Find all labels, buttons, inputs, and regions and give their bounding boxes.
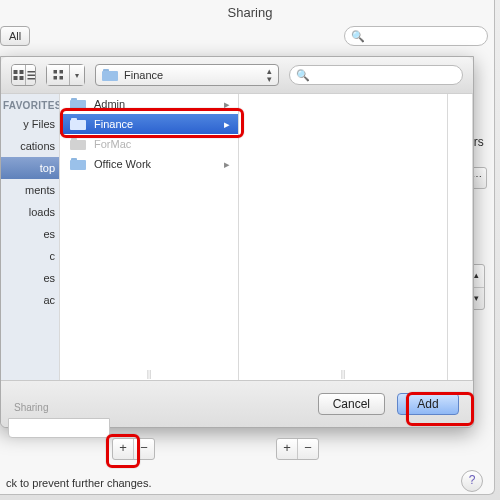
- svg-rect-5: [28, 75, 37, 77]
- window-title: Sharing: [0, 5, 500, 20]
- remove-user-button[interactable]: −: [298, 439, 318, 459]
- sheet-search-input[interactable]: [314, 68, 456, 82]
- shared-folders-label: Sharing: [14, 402, 48, 413]
- folder-icon: [70, 158, 86, 170]
- sidebar-item[interactable]: es: [1, 267, 59, 289]
- column-resize-icon[interactable]: ||: [147, 369, 152, 379]
- sidebar-item[interactable]: top: [1, 157, 59, 179]
- add-user-button[interactable]: +: [277, 439, 298, 459]
- svg-rect-1: [20, 70, 24, 74]
- icon-view-button[interactable]: [12, 65, 26, 85]
- folder-row[interactable]: ForMac: [60, 134, 238, 154]
- cancel-button[interactable]: Cancel: [318, 393, 385, 415]
- remove-folder-button[interactable]: −: [134, 439, 154, 459]
- svg-rect-14: [53, 70, 57, 74]
- shared-folders-list: [8, 418, 110, 438]
- column-3: [448, 94, 473, 381]
- toolbar-search-input[interactable]: [369, 29, 500, 43]
- sidebar-item[interactable]: ments: [1, 179, 59, 201]
- sidebar-item[interactable]: cations: [1, 135, 59, 157]
- folder-icon: [70, 138, 86, 150]
- lock-text: ck to prevent further changes.: [6, 477, 152, 489]
- folder-icon: [70, 98, 86, 110]
- folder-row[interactable]: Office Work▸: [60, 154, 238, 174]
- folder-label: Finance: [94, 118, 133, 130]
- column-resize-icon[interactable]: ||: [341, 369, 346, 379]
- svg-rect-0: [14, 70, 18, 74]
- add-button[interactable]: Add: [397, 393, 459, 415]
- sidebar-item[interactable]: es: [1, 223, 59, 245]
- folder-icon: [70, 118, 86, 130]
- column-browser: FAVORITES y Filescationstopmentsloadsesc…: [1, 93, 473, 381]
- sidebar-item[interactable]: c: [1, 245, 59, 267]
- folder-icon: [102, 69, 118, 81]
- arrange-segment[interactable]: ▾: [46, 64, 85, 86]
- toolbar: All 🔍: [0, 22, 488, 50]
- search-icon: 🔍: [296, 69, 310, 82]
- sidebar-section-favorites: FAVORITES: [1, 94, 59, 113]
- svg-rect-17: [59, 76, 63, 80]
- svg-rect-6: [28, 78, 37, 80]
- chevron-right-icon: ▸: [224, 98, 230, 111]
- arrange-icon[interactable]: [47, 65, 70, 85]
- sidebar-item[interactable]: ac: [1, 289, 59, 311]
- folders-plus-minus: + −: [112, 438, 155, 460]
- file-chooser-sheet: ▾ Finance ▴▾ 🔍 FAVORITES y Filescationst…: [0, 56, 474, 428]
- column-2[interactable]: ||: [239, 94, 448, 381]
- list-view-button[interactable]: [26, 65, 36, 85]
- folder-row[interactable]: Finance▸: [60, 114, 238, 134]
- users-plus-minus: + −: [276, 438, 319, 460]
- sidebar-item[interactable]: loads: [1, 201, 59, 223]
- folder-row[interactable]: Admin▸: [60, 94, 238, 114]
- search-icon: 🔍: [351, 30, 365, 43]
- toolbar-search[interactable]: 🔍: [344, 26, 488, 46]
- chevron-right-icon: ▸: [224, 118, 230, 131]
- add-folder-button[interactable]: +: [113, 439, 134, 459]
- chevron-right-icon: ▸: [224, 158, 230, 171]
- sheet-toolbar: ▾ Finance ▴▾ 🔍: [1, 57, 473, 94]
- svg-rect-4: [28, 71, 37, 73]
- sidebar-item[interactable]: y Files: [1, 113, 59, 135]
- arrange-dropdown-icon[interactable]: ▾: [70, 65, 84, 85]
- folder-label: Office Work: [94, 158, 151, 170]
- folder-label: ForMac: [94, 138, 131, 150]
- view-mode-segment[interactable]: [11, 64, 36, 86]
- svg-rect-16: [53, 76, 57, 80]
- sidebar: FAVORITES y Filescationstopmentsloadsesc…: [1, 94, 60, 381]
- show-all-button[interactable]: All: [0, 26, 30, 46]
- sheet-search[interactable]: 🔍: [289, 65, 463, 85]
- folder-label: Admin: [94, 98, 125, 110]
- help-button[interactable]: ?: [461, 470, 483, 492]
- svg-rect-3: [20, 76, 24, 80]
- path-label: Finance: [124, 69, 163, 81]
- svg-rect-15: [59, 70, 63, 74]
- column-1[interactable]: Admin▸Finance▸ForMacOffice Work▸ ||: [60, 94, 239, 381]
- path-popup[interactable]: Finance ▴▾: [95, 64, 279, 86]
- updown-icon: ▴▾: [267, 67, 272, 83]
- svg-rect-2: [14, 76, 18, 80]
